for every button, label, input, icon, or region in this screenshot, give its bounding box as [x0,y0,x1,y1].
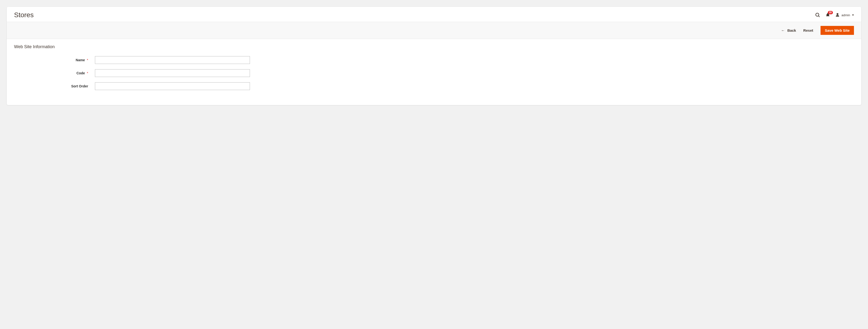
back-button[interactable]: ← Back [781,28,796,32]
user-name: admin [842,13,850,17]
reset-button[interactable]: Reset [803,28,813,32]
user-icon [835,12,840,18]
svg-point-0 [816,13,819,16]
field-row-name: Name * [14,56,854,64]
code-label-text: Code [76,71,85,75]
search-icon[interactable] [815,12,820,18]
sort-order-input[interactable] [95,82,250,90]
action-bar: ← Back Reset Save Web Site [7,22,861,39]
form-section: Web Site Information Name * Code * Sort … [7,39,861,105]
svg-point-2 [837,13,838,15]
save-button[interactable]: Save Web Site [820,26,854,35]
name-input[interactable] [95,56,250,64]
field-row-code: Code * [14,69,854,77]
back-button-label: Back [787,28,796,32]
header-actions: 39 admin [815,12,854,18]
page-header: Stores 39 [7,7,861,22]
sort-order-label-text: Sort Order [71,84,88,88]
user-menu[interactable]: admin [835,12,854,18]
section-title: Web Site Information [14,44,854,50]
notification-badge: 39 [828,11,833,14]
page-title: Stores [14,11,34,19]
main-container: Stores 39 [7,7,861,105]
code-input[interactable] [95,69,250,77]
required-indicator: * [87,58,88,62]
sort-order-label: Sort Order [14,84,95,88]
chevron-down-icon [852,14,854,16]
required-indicator: * [87,71,88,75]
name-label: Name * [14,58,95,62]
name-label-text: Name [76,58,85,62]
arrow-left-icon: ← [781,29,785,32]
field-row-sort-order: Sort Order [14,82,854,90]
notifications-button[interactable]: 39 [826,12,830,18]
code-label: Code * [14,71,95,75]
svg-line-1 [818,16,819,17]
